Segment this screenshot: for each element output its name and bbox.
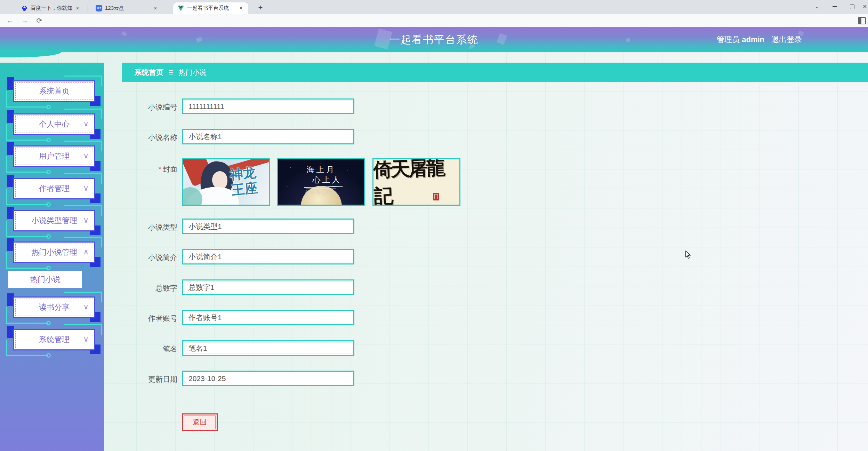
red-seal xyxy=(433,193,439,200)
sidebar-item-profile[interactable]: 个人中心 ∨ xyxy=(13,113,95,135)
novel-type-field xyxy=(182,219,354,234)
breadcrumb: 系统首页 ☰ 热门小说 xyxy=(122,63,868,82)
tab-search-chevron-icon[interactable]: ⌄ xyxy=(810,0,824,13)
sidebar-item-home[interactable]: 系统首页 xyxy=(13,80,95,102)
chevron-down-icon: ∨ xyxy=(83,211,89,230)
back-button[interactable]: 返回 xyxy=(182,413,218,431)
breadcrumb-home[interactable]: 系统首页 xyxy=(134,68,163,77)
novel-id-field xyxy=(182,98,354,114)
tab-title: 百度一下，你就知道 xyxy=(31,5,72,11)
field-label: 小说名称 xyxy=(104,133,177,142)
admin-username: admin xyxy=(742,35,764,44)
breadcrumb-current: 热门小说 xyxy=(178,68,206,77)
field-label: 小说编号 xyxy=(104,102,177,112)
sidebar-item-novel-types[interactable]: 小说类型管理 ∨ xyxy=(13,210,95,231)
novel-intro-field xyxy=(182,249,354,264)
vue-logo-icon xyxy=(177,5,184,12)
browser-tab-bar: 百度一下，你就知道 ✕ 123 123云盘 ✕ 一起看书平台系统 ✕ + ⌄ ✕ xyxy=(0,0,868,14)
logout-link[interactable]: 退出登录 xyxy=(771,34,802,45)
cover-image-yitiantulongji[interactable]: 倚天屠龍記 xyxy=(372,158,460,206)
screen: 百度一下，你就知道 ✕ 123 123云盘 ✕ 一起看书平台系统 ✕ + ⌄ ✕… xyxy=(0,0,868,451)
chevron-down-icon: ∨ xyxy=(83,179,89,198)
cover1-title-text: 神龙王座 xyxy=(225,162,263,201)
total-count-field xyxy=(182,279,354,295)
sidebar-subitem-hot-novels[interactable]: 热门小说 xyxy=(8,271,82,288)
sidebar-item-system-mgmt[interactable]: 系统管理 ∨ xyxy=(13,329,95,350)
cover-image-haishangyue[interactable]: 海上月心上人 莉莉光◯作品 xyxy=(277,158,365,206)
cover3-calligraphy-text: 倚天屠龍記 xyxy=(373,158,460,206)
tab-close-icon[interactable]: ✕ xyxy=(74,6,81,11)
field-label: 小说简介 xyxy=(104,253,177,262)
author-account-input[interactable] xyxy=(184,312,352,323)
tab-separator xyxy=(88,5,88,11)
window-close-button[interactable]: ✕ xyxy=(862,0,868,13)
side-panel-icon[interactable] xyxy=(858,17,866,24)
sidebar-item-authors[interactable]: 作者管理 ∨ xyxy=(13,178,95,199)
update-date-field xyxy=(182,371,354,386)
tab-close-icon[interactable]: ✕ xyxy=(152,6,159,11)
browser-toolbar: ← → ⟳ localhost:8080/springboot9398r/adm… xyxy=(0,14,868,27)
novel-intro-input[interactable] xyxy=(184,251,352,262)
author-account-field xyxy=(182,310,354,325)
required-asterisk: * xyxy=(159,165,161,173)
field-label: 小说类型 xyxy=(104,222,177,232)
total-count-input[interactable] xyxy=(184,282,352,293)
back-icon[interactable]: ← xyxy=(5,15,15,26)
chevron-down-icon: ∨ xyxy=(83,330,89,349)
moon-shape xyxy=(301,186,342,206)
novel-name-input[interactable] xyxy=(184,131,352,142)
admin-area: 管理员 admin 退出登录 xyxy=(717,27,802,52)
tab-title: 123云盘 xyxy=(105,5,150,11)
chevron-down-icon: ∨ xyxy=(83,147,89,165)
cover2-title-text: 海上月心上人 xyxy=(278,165,364,185)
sidebar: 系统首页 个人中心 ∨ 用户管理 ∨ 作者管理 ∨ 小说类型管理 ∨ 热门小说管… xyxy=(0,63,104,451)
chevron-down-icon: ∨ xyxy=(83,298,89,316)
tab-123pan[interactable]: 123 123云盘 ✕ xyxy=(91,2,163,14)
field-label: 更新日期 xyxy=(104,374,177,384)
field-label: 作者账号 xyxy=(104,314,177,323)
page-header: 一起看书平台系统 管理员 admin 退出登录 xyxy=(0,27,868,52)
cover-label: *封面 xyxy=(104,164,177,174)
field-label: 总数字 xyxy=(104,283,177,293)
chevron-down-icon: ∨ xyxy=(83,114,89,133)
forward-icon[interactable]: → xyxy=(19,15,30,26)
new-tab-button[interactable]: + xyxy=(256,3,265,13)
cover-image-shenlongwangzuo[interactable]: 神龙王座 xyxy=(182,158,270,206)
sidebar-item-users[interactable]: 用户管理 ∨ xyxy=(13,145,95,167)
tab-close-icon[interactable]: ✕ xyxy=(238,6,244,11)
sidebar-item-reading-share[interactable]: 读书分享 ∨ xyxy=(13,296,95,318)
baidu-paw-icon xyxy=(21,5,28,12)
mouse-cursor xyxy=(684,251,692,260)
cover2-byline: 莉莉光◯作品 xyxy=(278,190,364,196)
novel-type-input[interactable] xyxy=(184,221,352,232)
reload-icon[interactable]: ⟳ xyxy=(34,15,45,26)
novel-id-input[interactable] xyxy=(184,101,352,112)
pen-name-input[interactable] xyxy=(184,342,352,354)
sidebar-item-hot-novels-mgmt[interactable]: 热门小说管理 ∧ xyxy=(13,242,95,263)
admin-info: 管理员 admin xyxy=(717,34,764,45)
pen-name-field xyxy=(182,340,354,356)
window-minimize-button[interactable] xyxy=(827,0,842,13)
update-date-input[interactable] xyxy=(184,373,352,384)
breadcrumb-separator-icon: ☰ xyxy=(168,69,174,76)
field-label: 笔名 xyxy=(104,344,177,354)
tab-baidu[interactable]: 百度一下，你就知道 ✕ xyxy=(17,2,85,14)
tab-title: 一起看书平台系统 xyxy=(187,5,235,11)
novel-name-field xyxy=(182,129,354,144)
chevron-up-icon: ∧ xyxy=(83,243,89,261)
window-restore-button[interactable] xyxy=(844,0,860,13)
tab-active-platform[interactable]: 一起看书平台系统 ✕ xyxy=(173,2,248,14)
123-cloud-icon: 123 xyxy=(95,5,102,12)
